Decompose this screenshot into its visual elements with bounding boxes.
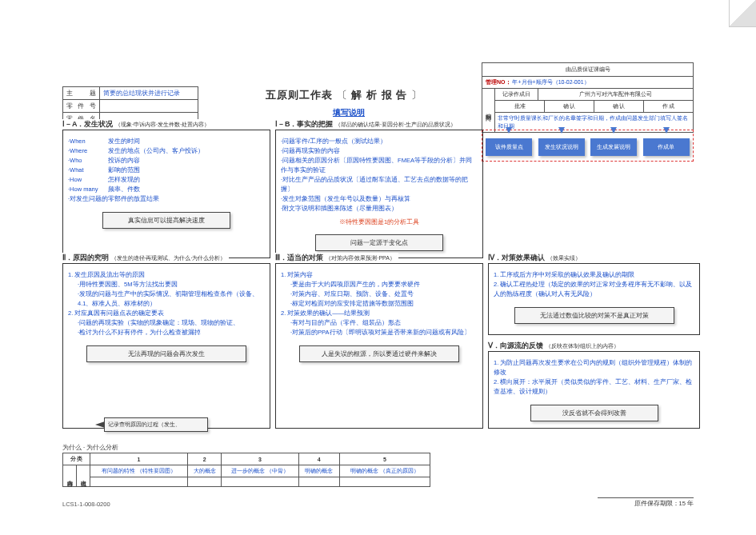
control-box-2: 管理NO： 年+月份+顺序号（10-02-001） xyxy=(482,76,694,89)
at-c0: 有问题的特性 （特性要因图） xyxy=(90,465,188,477)
panel-1b-title: Ⅰ－B．事实的把握 xyxy=(275,120,334,128)
at-side-1: 流出 xyxy=(77,465,90,487)
t-what: 影响的范围 xyxy=(108,166,140,175)
approval-grid: 编制部门 记录作成日 广州力可对汽车配件有限公司 批准 确 认 确 认 作 成 … xyxy=(482,88,694,133)
panel-5-title: Ⅴ．向源流的反馈 xyxy=(488,341,543,349)
at-head-5: 5 xyxy=(339,453,430,465)
panel-1a-tail: ·对发生问题的零部件的放置结果 xyxy=(68,194,265,204)
panel-1b-special: ※特性要因图是1的分析工具 xyxy=(281,218,478,226)
value-part-no xyxy=(100,100,198,113)
panel-5-note: （反映在体制·组织上的内容） xyxy=(546,343,620,349)
document-title: 五原则工作表 〔 解 析 报 告 〕 填写说明 xyxy=(240,88,448,118)
w-howmany: ·How many xyxy=(68,185,108,194)
t-when: 发生的时间 xyxy=(108,137,140,146)
at-head-1: 1 xyxy=(90,453,188,465)
why-why-label: 为什么 · 为什么分析 xyxy=(62,444,118,452)
approval-col-4: 作 成 xyxy=(644,101,693,112)
p4-l1: 2. 确认工程热处理（场定的效果的对正常对业务程序有无不影响、以及人的熟练程度（… xyxy=(494,280,694,299)
p3-l3: ·标定对检面对的应安排定措施等数据范围图 xyxy=(290,299,478,309)
panel-4: Ⅳ．对策效果确认 （效果实绩） 1. 工序或后方序中对采取的确认效果及确认的期限… xyxy=(488,263,700,335)
approval-side-label: 编制部门 xyxy=(482,89,495,132)
callout-4: 无法通过数值比较的对策不是真正对策 xyxy=(514,307,674,324)
b-item-0: ·问题零件/工序的一般点（测试结果） xyxy=(281,137,478,146)
p3-l1: ·要是由于大约四项原因产生的，内要要求硬件 xyxy=(290,280,478,289)
at-side-0: 内容 xyxy=(63,465,77,487)
at-head-4: 4 xyxy=(298,453,339,465)
p4-l0: 1. 工序或后方序中对采取的确认效果及确认的期限 xyxy=(494,270,694,280)
p3-l6: ·对策后的PPA行动〔即明该项对策是否带来新的问题或有风险〕 xyxy=(290,328,478,337)
b-item-3: ·对比生产产品的品质状况〔通过耐车流通、工艺去点的数据等的把握〕 xyxy=(281,175,478,194)
footer-form-code: LCS1-1-008-0200 xyxy=(62,501,110,508)
b-item-5: ·附文字说明和插图来陈述（尽量用图表） xyxy=(281,204,478,214)
w-where: ·Where xyxy=(68,146,108,156)
at-e1 xyxy=(187,477,222,487)
approval-small-header: 记录作成日 xyxy=(495,89,538,100)
at-e3 xyxy=(298,477,339,487)
panel-1a: Ⅰ－A．发生状况 （现象·申诉内容·发生件数·处置内容） ·When发生的时间 … xyxy=(62,130,270,258)
b-item-4: ·发生对象范围（发生年号以及数量）与再核算 xyxy=(281,194,478,204)
p3-l0: 1. 对策内容 xyxy=(281,270,478,280)
panel-4-note: （效果实绩） xyxy=(547,255,581,261)
approval-col-2: 确 认 xyxy=(545,101,594,112)
w-when: ·When xyxy=(68,137,108,146)
t-where: 发生的地点（公司内、客户投诉） xyxy=(108,146,204,156)
panel-3: Ⅲ．适当的对策 （对策内容·效果预测·PPA） 1. 对策内容 ·要是由于大约四… xyxy=(275,263,483,429)
panel-1b-note: （部品的确认结果·要因分析·生产品的品质状况） xyxy=(335,122,456,127)
panel-4-title: Ⅳ．对策效果确认 xyxy=(488,254,545,262)
bracket-l: 〔 xyxy=(337,89,348,101)
p2-l3: 2. 对应真因有问题点表的确定要表 xyxy=(68,309,265,318)
t-who: 投诉的内容 xyxy=(108,156,140,166)
p5-l0: 1. 为防止同题再次发生要求在公司内的规则（组织外管理规程）体制的修改 xyxy=(494,358,694,377)
callout-3: 人是失误的根源，所以要通过硬件来解决 xyxy=(299,345,459,362)
title-right: 解 析 报 告 xyxy=(351,89,407,101)
label-subject: 主 题 xyxy=(63,87,100,100)
at-head-3: 3 xyxy=(222,453,298,465)
spacer-for-flow xyxy=(488,130,700,258)
at-c3: 明确的概念 xyxy=(298,465,339,477)
p2-l0: 1. 发生原因及流出等的原因 xyxy=(68,270,265,280)
company-name: 广州力可对汽车配件有限公司 xyxy=(538,89,693,100)
panel-3-note: （对策内容·效果预测·PPA） xyxy=(326,255,395,261)
p3-l5: ·有对与目的产品（零件、组装品）形态 xyxy=(290,318,478,328)
why-note-callout: 记录查明原因的过程（发生、 xyxy=(104,417,208,432)
p5-l1: 2. 横向展开：水平展开（类似类似的零件、工艺、材料、生产厂家、检查基准、设计规… xyxy=(494,377,694,397)
control-box-1: 由品质保证课编号 xyxy=(482,62,694,77)
mgmt-no-label: 管理NO： xyxy=(486,79,511,85)
p3-l2: ·对策内容、对应日期、预防、设备、处置号 xyxy=(290,289,478,299)
p3-l4: 2. 对策效果的确认——结果预测 xyxy=(281,309,478,318)
approval-col-3: 确 认 xyxy=(594,101,644,112)
panel-3-title: Ⅲ．适当的对策 xyxy=(275,254,323,262)
callout-5: 没反省就不会得到改善 xyxy=(530,405,658,421)
at-c4: 明确的概念 （真正的原因） xyxy=(339,465,430,477)
p2-l1: ·用特性要因图、5M等方法找出要因 xyxy=(78,280,265,289)
panel-1b: Ⅰ－B．事实的把握 （部品的确认结果·要因分析·生产品的品质状况） ·问题零件/… xyxy=(275,130,483,258)
callout-1a: 真实信息可以提高解决速度 xyxy=(102,212,230,229)
panel-5: Ⅴ．向源流的反馈 （反映在体制·组织上的内容） 1. 为防止同题再次发生要求在公… xyxy=(488,351,700,429)
t-how: 怎样发现的 xyxy=(108,175,140,185)
panel-2-note: （发生的途径·再现测试、为什么·为什么分析） xyxy=(111,255,226,261)
w-who: ·Who xyxy=(68,156,108,166)
at-head-0: 分 类 xyxy=(63,453,90,465)
t-howmany: 频率、件数 xyxy=(108,185,140,194)
mgmt-no-value: 年+月份+顺序号（10-02-001） xyxy=(512,79,589,85)
at-c2: 进一步的概念 （中骨） xyxy=(222,465,298,477)
b-item-1: ·问题再现实验的内容 xyxy=(281,146,478,156)
callout-1b: 问题一定源于变化点 xyxy=(315,234,443,251)
at-e4 xyxy=(339,477,430,487)
control-number-block: 由品质保证课编号 管理NO： 年+月份+顺序号（10-02-001） 编制部门 … xyxy=(482,62,694,133)
panel-1a-note: （现象·申诉内容·发生件数·处置内容） xyxy=(115,122,210,127)
at-c1: 大的概念 xyxy=(187,465,222,477)
title-left: 五原则工作表 xyxy=(266,89,333,101)
at-e2 xyxy=(222,477,298,487)
b-item-2: ·问题相关的原因分析〔原因特性要因图、FMEA等手段的分析〕并同作与事实的验证 xyxy=(281,156,478,175)
value-subject: 简要的总结现状并进行记录 xyxy=(100,87,198,100)
panel-1a-title: Ⅰ－A．发生状况 xyxy=(62,120,114,128)
title-subtitle: 填写说明 xyxy=(250,107,448,118)
p2-l2: ·发现的问题与生产中的实际情况、初期管理相检查条件（设备、4.1、标准人员、标准… xyxy=(78,289,265,309)
p2-l4: ·问题的再现实验（实物的现象确定：现场、现物的验证、 xyxy=(78,318,265,328)
p2-l5: ·检讨为什么不好有停件，为什么检查被漏掉 xyxy=(78,328,265,337)
approval-col-1: 批准 xyxy=(495,101,545,112)
why-analysis-table: 分 类 1 2 3 4 5 内容 流出 有问题的特性 （特性要因图） 大的概念 … xyxy=(62,453,430,487)
callout-2: 无法再现的问题会再次发生 xyxy=(86,345,246,362)
panel-2: Ⅱ．原因的究明 （发生的途径·再现测试、为什么·为什么分析） 1. 发生原因及流… xyxy=(62,263,270,429)
